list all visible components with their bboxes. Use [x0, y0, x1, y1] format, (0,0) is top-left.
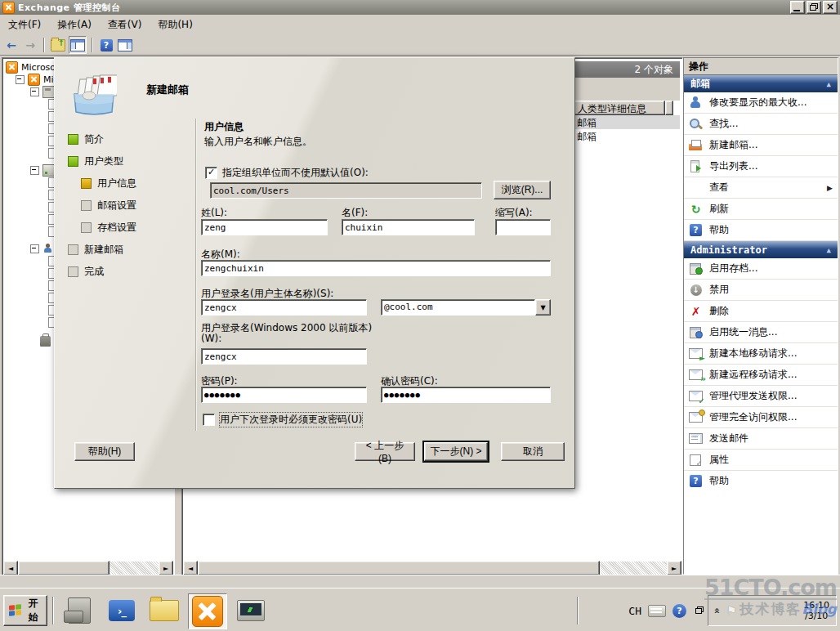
window-title: Exchange 管理控制台 [18, 2, 120, 14]
menu-help[interactable]: 帮助(H) [150, 16, 200, 34]
remote-move-icon [689, 369, 703, 381]
scrollbar-thumb[interactable] [198, 561, 600, 575]
initials-field[interactable] [495, 219, 551, 235]
action-find[interactable]: 查找... [684, 114, 838, 135]
collapse-toggle[interactable] [30, 87, 39, 96]
first-name-field[interactable] [342, 219, 475, 235]
action-new-local-move-request[interactable]: 新建本地移动请求... [684, 343, 838, 365]
action-send-mail[interactable]: 发送邮件 [684, 428, 838, 450]
action-view[interactable]: 查看 [684, 177, 838, 199]
forward-icon[interactable] [22, 37, 38, 53]
show-action-pane-icon[interactable] [117, 37, 133, 53]
exchange-console-taskbar-icon[interactable] [188, 593, 227, 629]
action-refresh[interactable]: 刷新 [684, 199, 838, 220]
action-help[interactable]: 帮助 [684, 220, 838, 241]
action-new-mailbox[interactable]: 新建邮箱... [684, 135, 838, 156]
show-console-tree-icon[interactable] [69, 36, 87, 54]
collapse-toggle[interactable] [30, 166, 39, 175]
explorer-icon[interactable] [145, 593, 183, 628]
toolbar-separator [43, 38, 45, 52]
step-status-icon [68, 266, 78, 277]
server-manager-icon[interactable] [60, 593, 98, 628]
upn-domain-combobox[interactable]: @cool.com [381, 299, 551, 316]
up-one-level-icon[interactable] [50, 37, 66, 53]
next-button[interactable]: 下一步(N) > [424, 442, 488, 461]
help-icon[interactable] [98, 37, 114, 53]
confirm-password-field[interactable] [381, 387, 551, 403]
scroll-right-button[interactable] [159, 561, 173, 575]
legacy-logon-field[interactable] [201, 348, 367, 365]
minimize-button[interactable] [790, 1, 805, 14]
cancel-button[interactable]: 取消 [501, 442, 565, 461]
properties-icon [689, 454, 703, 466]
help-icon [689, 475, 703, 487]
change-password-checkbox[interactable] [203, 414, 215, 426]
list-horizontal-scrollbar[interactable] [183, 562, 681, 575]
restore-button[interactable] [806, 1, 821, 14]
collapse-toggle[interactable] [30, 244, 39, 253]
language-options-icon[interactable] [693, 605, 704, 616]
collapse-toggle[interactable] [16, 75, 25, 84]
scrollbar-thumb[interactable] [18, 561, 109, 575]
powershell-icon[interactable] [103, 593, 141, 628]
help-tray-icon[interactable] [672, 604, 686, 618]
back-icon[interactable] [3, 37, 20, 53]
action-manage-full-access[interactable]: 管理完全访问权限... [684, 407, 838, 428]
scroll-left-button[interactable] [183, 561, 198, 575]
start-button[interactable]: 开始 [3, 595, 47, 626]
column-spacer [665, 101, 673, 115]
system-tray: 16:10 /3/10 [708, 595, 837, 626]
show-hidden-icons-chevron[interactable] [711, 607, 722, 614]
language-indicator[interactable]: CH [628, 605, 641, 617]
windows-flag-icon [9, 604, 21, 617]
step-user-type: 用户类型 [68, 150, 136, 172]
disable-icon [689, 284, 703, 296]
step-status-icon [68, 156, 78, 167]
send-as-icon [689, 390, 703, 402]
menu-action[interactable]: 操作(A) [49, 16, 100, 34]
action-new-remote-move-request[interactable]: 新建远程移动请求... [684, 365, 838, 386]
change-password-row: 用户下次登录时必须更改密码(U) [203, 413, 362, 427]
action-enable-unified-messaging[interactable]: 启用统一消息... [684, 322, 838, 343]
wizard-title: 新建邮箱 [146, 83, 189, 97]
ou-path-field[interactable] [210, 182, 482, 199]
mailbox-icon [689, 139, 703, 151]
keyboard-icon[interactable] [648, 605, 666, 617]
display-name-field[interactable] [201, 260, 551, 276]
step-mailbox-settings: 邮箱设置 [81, 195, 136, 217]
combobox-dropdown-icon[interactable] [535, 299, 551, 316]
password-field[interactable] [201, 387, 367, 403]
section-header-administrator[interactable]: Administrator [684, 241, 838, 258]
back-button[interactable]: < 上一步(B) [355, 442, 415, 461]
menu-view[interactable]: 查看(V) [100, 16, 150, 34]
action-disable[interactable]: 禁用 [684, 280, 838, 301]
section-header-mailbox[interactable]: 邮箱 [684, 75, 838, 92]
object-count: 2 个对象 [635, 63, 673, 77]
close-button[interactable] [823, 1, 838, 14]
collapse-section-icon[interactable] [827, 246, 831, 254]
submenu-arrow-icon [827, 184, 833, 192]
scroll-left-button[interactable] [3, 561, 18, 575]
action-export-list[interactable]: 导出列表... [684, 156, 838, 177]
action-center-flag-icon[interactable] [726, 604, 737, 617]
action-help-admin[interactable]: 帮助 [684, 471, 838, 491]
scroll-right-button[interactable] [667, 561, 681, 575]
last-name-field[interactable] [201, 219, 328, 235]
action-manage-send-as[interactable]: 管理代理发送权限... [684, 386, 838, 407]
taskbar-clock[interactable]: 16:10 /3/10 [803, 600, 829, 621]
performance-monitor-icon[interactable] [232, 593, 270, 628]
action-modify-max-recipients[interactable]: 修改要显示的最大收... [684, 92, 838, 114]
action-properties[interactable]: 属性 [684, 450, 838, 471]
action-enable-archive[interactable]: 启用存档... [684, 258, 838, 280]
menu-file[interactable]: 文件(F) [0, 16, 49, 34]
browse-button[interactable]: 浏览(R)... [494, 181, 551, 199]
tree-horizontal-scrollbar[interactable] [3, 562, 173, 575]
action-delete[interactable]: 删除 [684, 301, 838, 322]
ou-checkbox[interactable] [205, 167, 217, 179]
title-bar: Exchange 管理控制台 [0, 0, 840, 15]
status-bar [0, 575, 840, 588]
help-button[interactable]: 帮助(H) [74, 442, 135, 461]
language-bar: CH [628, 595, 704, 626]
collapse-section-icon[interactable] [827, 80, 831, 88]
upn-field[interactable] [201, 299, 367, 316]
